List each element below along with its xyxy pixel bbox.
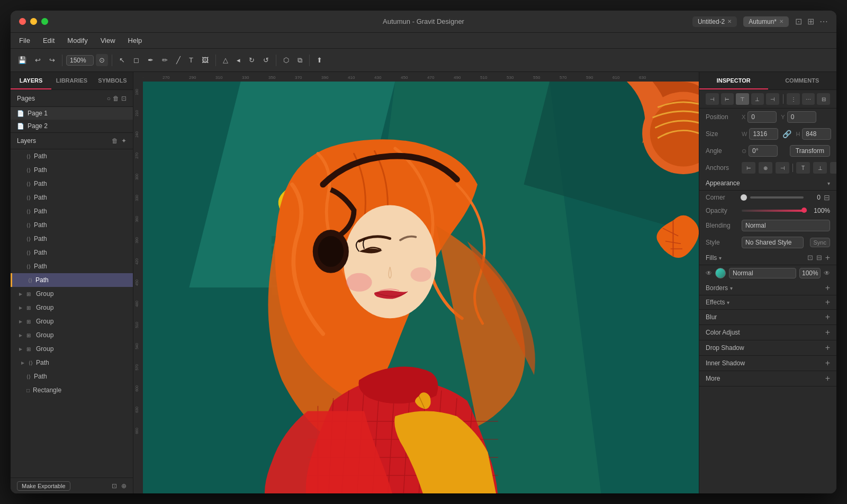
pen-tool[interactable]: ✒	[145, 54, 157, 66]
sync-btn[interactable]: Sync	[810, 238, 830, 247]
maximize-button[interactable]	[41, 18, 48, 25]
pages-add[interactable]: ⊡	[121, 95, 127, 102]
select-tool[interactable]: ◻	[130, 54, 142, 66]
window-icon[interactable]: ⊡	[795, 16, 802, 26]
tab-untitled[interactable]: Untitled-2 ✕	[692, 16, 737, 27]
layer-group-1[interactable]: ▶ ⊞ Group	[11, 287, 133, 301]
effects-chevron[interactable]: ▾	[727, 300, 729, 305]
menu-file[interactable]: File	[17, 35, 32, 46]
layer-path-7[interactable]: ⟨⟩ Path	[11, 232, 133, 246]
layer-group-5[interactable]: ▶ ⊞ Group	[11, 342, 133, 356]
tab-autumun-close[interactable]: ✕	[779, 19, 783, 24]
blur-add-btn[interactable]: +	[825, 312, 830, 322]
layers-add-icon[interactable]: ✦	[121, 137, 127, 145]
align-top-btn[interactable]: ⊤	[736, 93, 749, 105]
layer-path-11[interactable]: ▶ ⟨⟩ Path	[11, 356, 133, 370]
extension-icon[interactable]: ⊞	[807, 16, 814, 26]
color-adjust-add-btn[interactable]: +	[825, 328, 830, 337]
canvas-area[interactable]: 250 270 290 310 330 350 370 390 410 430 …	[133, 72, 699, 493]
expand-icon-1[interactable]: ▶	[19, 292, 22, 296]
anchor-bottom[interactable]: ↓	[830, 162, 836, 174]
corner-icon[interactable]: ⊟	[824, 193, 830, 202]
export-icon[interactable]: ⊡	[112, 482, 117, 490]
drop-shadow-add-btn[interactable]: +	[825, 343, 830, 353]
transform-btn[interactable]: Transform	[790, 145, 830, 157]
layer-path-6[interactable]: ⟨⟩ Path	[11, 218, 133, 232]
pages-circle[interactable]: ○	[107, 95, 111, 102]
align-center-h-btn[interactable]: ⊢	[721, 93, 734, 105]
blending-select[interactable]: Normal	[742, 220, 830, 231]
fills-copy-icon[interactable]: ⊡	[807, 254, 813, 262]
canvas-content[interactable]	[143, 82, 699, 493]
anchor-center[interactable]: ⊕	[759, 162, 772, 174]
fill-swatch[interactable]	[715, 268, 726, 278]
component-btn[interactable]: ⬡	[280, 54, 292, 66]
dist-v-btn[interactable]: ⋯	[802, 93, 815, 105]
align-middle-btn[interactable]: ⊥	[751, 93, 764, 105]
layer-path-4[interactable]: ⟨⟩ Path	[11, 191, 133, 204]
close-button[interactable]	[19, 18, 26, 25]
layers-delete-icon[interactable]: 🗑	[112, 137, 118, 145]
flatten-btn[interactable]: ⧉	[294, 54, 305, 67]
borders-chevron[interactable]: ▾	[730, 285, 733, 291]
position-x-input[interactable]	[747, 111, 777, 123]
size-h-input[interactable]	[802, 128, 831, 140]
menu-modify[interactable]: Modify	[65, 35, 89, 46]
fill-eye-icon[interactable]: 👁	[706, 269, 712, 277]
corner-dot[interactable]	[741, 194, 747, 201]
expand-icon-3[interactable]: ▶	[19, 319, 22, 324]
make-exportable-btn[interactable]: Make Exportable	[17, 481, 70, 491]
page-item-1[interactable]: 📄 Page 1	[11, 107, 133, 120]
tab-untitled-close[interactable]: ✕	[727, 19, 732, 24]
tab-autumun[interactable]: Autumun* ✕	[743, 16, 789, 27]
expand-icon-2[interactable]: ▶	[19, 305, 22, 310]
page-item-2[interactable]: 📄 Page 2	[11, 120, 133, 132]
zoom-input[interactable]: 150%	[66, 55, 94, 66]
fills-add-btn[interactable]: +	[825, 254, 830, 262]
undo-btn[interactable]: ↩	[32, 54, 44, 66]
expand-icon-5[interactable]: ▶	[19, 347, 22, 352]
arrow-left-tool[interactable]: ◂	[233, 54, 244, 66]
tab-symbols[interactable]: SYMBOLS	[92, 72, 133, 89]
anchor-right[interactable]: ⊣	[776, 162, 789, 174]
layer-path-8[interactable]: ⟨⟩ Path	[11, 246, 133, 259]
layer-path-5[interactable]: ⟨⟩ Path	[11, 204, 133, 218]
fills-paste-icon[interactable]: ⊟	[816, 254, 822, 262]
anchor-left[interactable]: ⊢	[742, 162, 755, 174]
layer-path-12[interactable]: ⟨⟩ Path	[11, 370, 133, 383]
layer-path-2[interactable]: ⟨⟩ Path	[11, 163, 133, 177]
image-tool[interactable]: 🖼	[199, 54, 212, 66]
rotate2-btn[interactable]: ↺	[260, 54, 272, 66]
line-tool[interactable]: ╱	[173, 54, 184, 66]
layer-path-10[interactable]: ⟨⟩ Path	[11, 273, 133, 287]
text-tool[interactable]: T	[186, 54, 196, 66]
layer-group-2[interactable]: ▶ ⊞ Group	[11, 301, 133, 314]
borders-add-btn[interactable]: +	[825, 284, 830, 292]
menu-help[interactable]: Help	[126, 35, 145, 46]
inner-shadow-add-btn[interactable]: +	[825, 358, 830, 368]
tab-libraries[interactable]: LIBRARIES	[51, 72, 92, 89]
layer-path-3[interactable]: ⟨⟩ Path	[11, 177, 133, 191]
minimize-button[interactable]	[30, 18, 37, 25]
layer-group-4[interactable]: ▶ ⊞ Group	[11, 328, 133, 342]
add-icon[interactable]: ⊕	[121, 482, 127, 490]
fill-opacity-input[interactable]	[799, 268, 821, 278]
layer-path-9[interactable]: ⟨⟩ Path	[11, 259, 133, 273]
dist-h-btn[interactable]: ⋮	[787, 93, 800, 105]
fill-visibility-icon[interactable]: 👁	[824, 269, 830, 277]
layer-group-3[interactable]: ▶ ⊞ Group	[11, 314, 133, 328]
size-link-icon[interactable]: 🔗	[782, 130, 791, 138]
redo-btn[interactable]: ↪	[46, 54, 58, 66]
anchor-middle[interactable]: ⊥	[813, 162, 827, 174]
align-bottom-btn[interactable]: ⊣	[766, 93, 779, 105]
export-btn[interactable]: ⬆	[313, 54, 326, 66]
dist-chart-btn[interactable]: ⊟	[817, 93, 830, 105]
more-icon[interactable]: ⋯	[819, 16, 828, 26]
angle-input[interactable]	[749, 145, 778, 157]
save-btn[interactable]: 💾	[15, 54, 30, 66]
size-w-input[interactable]	[749, 128, 778, 140]
position-y-input[interactable]	[787, 111, 816, 123]
layer-path-1[interactable]: ⟨⟩ Path	[11, 149, 133, 163]
move-tool[interactable]: ↖	[116, 54, 128, 66]
opacity-thumb[interactable]	[801, 208, 807, 213]
